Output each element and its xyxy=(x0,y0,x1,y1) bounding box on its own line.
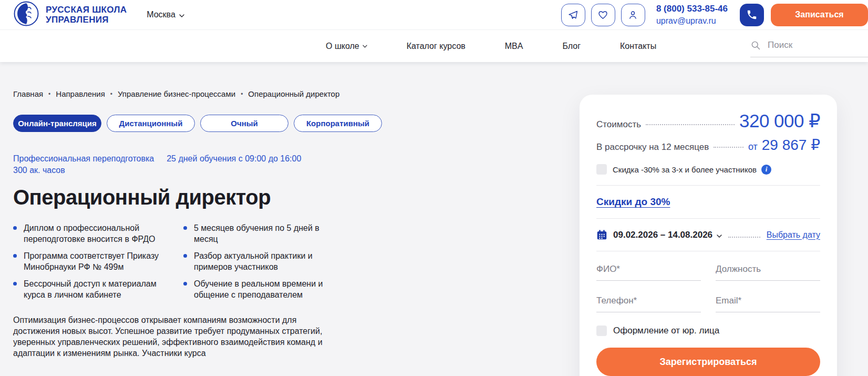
benefit-text: Обучение в реальном времени и общение с … xyxy=(194,278,344,300)
pill-distance[interactable]: Дистанционный xyxy=(107,115,195,132)
logo-text: РУССКАЯ ШКОЛА УПРАВЛЕНИЯ xyxy=(46,5,127,25)
divider xyxy=(596,251,820,251)
installment-row: В рассрочку на 12 месяцев от 29 867 ₽ xyxy=(596,136,820,154)
telegram-icon xyxy=(567,9,578,21)
search-box[interactable] xyxy=(750,40,868,57)
benefit-item: Бессрочный доступ к материалам курса в л… xyxy=(13,278,170,300)
breadcrumb-home[interactable]: Главная xyxy=(13,89,43,98)
course-hours: 300 ак. часов xyxy=(13,166,65,175)
phone-field[interactable] xyxy=(596,293,701,312)
calendar-icon xyxy=(596,229,607,240)
pill-in-person[interactable]: Очный xyxy=(200,115,288,132)
email-field[interactable] xyxy=(716,293,820,312)
header-contacts: 8 (800) 533-85-46 uprav@uprav.ru xyxy=(656,3,728,27)
nav-item-blog[interactable]: Блог xyxy=(562,42,581,51)
course-meta: Профессиональная переподготовка 25 дней … xyxy=(13,154,328,175)
search-input[interactable] xyxy=(768,40,846,50)
legal-entity-row: Оформление от юр. лица xyxy=(596,326,820,336)
chevron-down-icon xyxy=(179,10,184,19)
phone-number-link[interactable]: 8 (800) 533-85-46 xyxy=(656,3,728,15)
breadcrumb-category[interactable]: Управление бизнес-процессами xyxy=(118,89,235,98)
bullet-dot-icon xyxy=(13,254,17,258)
benefit-text: Бессрочный доступ к материалам курса в л… xyxy=(24,278,170,300)
benefit-item: 5 месяцев обучения по 5 дней в месяц xyxy=(183,222,344,245)
course-type: Профессиональная переподготовка xyxy=(13,154,154,164)
date-range[interactable]: 09.02.2026 – 14.08.2026 xyxy=(613,230,712,240)
bullet-dot-icon xyxy=(13,282,17,286)
dotted-leader xyxy=(728,237,760,238)
city-selector[interactable]: Москва xyxy=(147,10,184,19)
breadcrumb-separator: • xyxy=(110,90,112,98)
full-name-field[interactable] xyxy=(596,262,701,281)
chevron-down-icon[interactable] xyxy=(717,230,722,240)
legal-entity-checkbox[interactable] xyxy=(596,326,607,336)
pill-corporate[interactable]: Корпоративный xyxy=(294,115,382,132)
call-button[interactable] xyxy=(740,4,764,26)
register-button[interactable]: Зарегистрироваться xyxy=(596,348,820,376)
discounts-link[interactable]: Скидки до 30% xyxy=(596,196,670,208)
favorites-button[interactable] xyxy=(591,4,615,26)
registration-card: Стоимость 320 000 ₽ В рассрочку на 12 ме… xyxy=(580,95,837,376)
benefit-item: Диплом о профессиональной переподготовке… xyxy=(13,222,170,245)
main-nav: О школе Каталог курсов MBA Блог Контакты xyxy=(0,30,868,62)
breadcrumb-current: Операционный директор xyxy=(248,89,339,98)
account-button[interactable] xyxy=(621,4,645,26)
divider xyxy=(596,185,820,186)
installment-value: 29 867 ₽ xyxy=(762,136,820,154)
benefit-text: Диплом о профессиональной переподготовке… xyxy=(24,222,170,245)
phone-icon xyxy=(746,9,758,21)
city-label: Москва xyxy=(147,10,175,19)
bullet-dot-icon xyxy=(183,226,187,230)
breadcrumb-separator: • xyxy=(241,90,243,98)
nav-item-about[interactable]: О школе xyxy=(326,42,367,51)
group-discount-row: Скидка -30% за 3-х и более участников i xyxy=(596,164,820,175)
benefit-text: 5 месяцев обучения по 5 дней в месяц xyxy=(194,222,344,245)
nav-item-label: О школе xyxy=(326,42,359,51)
benefits-right-column: 5 месяцев обучения по 5 дней в месяц Раз… xyxy=(183,222,344,306)
installment-label: В рассрочку на 12 месяцев xyxy=(596,142,709,153)
date-row: 09.02.2026 – 14.08.2026 Выбрать дату xyxy=(596,229,820,240)
chevron-down-icon xyxy=(363,45,367,48)
pill-online-broadcast[interactable]: Онлайн-трансляция xyxy=(13,115,101,132)
group-discount-checkbox[interactable] xyxy=(596,164,607,175)
group-discount-label: Скидка -30% за 3-х и более участников xyxy=(613,165,757,174)
header-actions: 8 (800) 533-85-46 uprav@uprav.ru Записат… xyxy=(555,3,868,27)
breadcrumb-separator: • xyxy=(48,90,50,98)
price-value: 320 000 ₽ xyxy=(739,110,820,131)
dotted-leader xyxy=(714,147,743,148)
price-label: Стоимость xyxy=(596,119,641,130)
benefit-item: Обучение в реальном времени и общение с … xyxy=(183,278,344,300)
logo[interactable]: РУССКАЯ ШКОЛА УПРАВЛЕНИЯ xyxy=(13,1,127,29)
breadcrumb-directions[interactable]: Направления xyxy=(56,89,105,98)
bullet-dot-icon xyxy=(183,254,187,258)
benefit-text: Разбор актуальной практики и примеров уч… xyxy=(194,250,344,272)
signup-header-button[interactable]: Записаться xyxy=(771,4,868,26)
email-link[interactable]: uprav@uprav.ru xyxy=(656,15,728,27)
installment-prefix: от xyxy=(748,141,758,153)
benefit-text: Программа соответствует Приказу Минобрна… xyxy=(24,250,170,272)
divider xyxy=(596,218,820,219)
registration-form xyxy=(596,262,820,312)
page: РУССКАЯ ШКОЛА УПРАВЛЕНИЯ Москва xyxy=(0,0,868,376)
price-row: Стоимость 320 000 ₽ xyxy=(596,110,820,131)
dotted-leader xyxy=(646,124,735,125)
benefit-item: Программа соответствует Приказу Минобрна… xyxy=(13,250,170,272)
lion-logo-icon xyxy=(13,1,39,29)
heart-icon xyxy=(597,9,608,21)
course-description: Оптимизация бизнес-процессов открывает к… xyxy=(13,314,342,359)
search-icon xyxy=(750,40,761,50)
course-schedule: 25 дней обучения с 09:00 до 16:00 xyxy=(167,154,301,164)
nav-item-contacts[interactable]: Контакты xyxy=(620,42,656,51)
choose-date-link[interactable]: Выбрать дату xyxy=(767,230,820,240)
bullet-dot-icon xyxy=(183,282,187,286)
bullet-dot-icon xyxy=(13,226,17,230)
top-bar: РУССКАЯ ШКОЛА УПРАВЛЕНИЯ Москва xyxy=(0,0,868,30)
benefits-left-column: Диплом о профессиональной переподготовке… xyxy=(13,222,170,306)
info-icon[interactable]: i xyxy=(761,165,771,175)
nav-item-catalog[interactable]: Каталог курсов xyxy=(407,42,466,51)
nav-item-mba[interactable]: MBA xyxy=(505,42,523,51)
position-field[interactable] xyxy=(716,262,820,281)
user-icon xyxy=(627,9,638,21)
benefit-item: Разбор актуальной практики и примеров уч… xyxy=(183,250,344,272)
telegram-button[interactable] xyxy=(561,4,585,26)
